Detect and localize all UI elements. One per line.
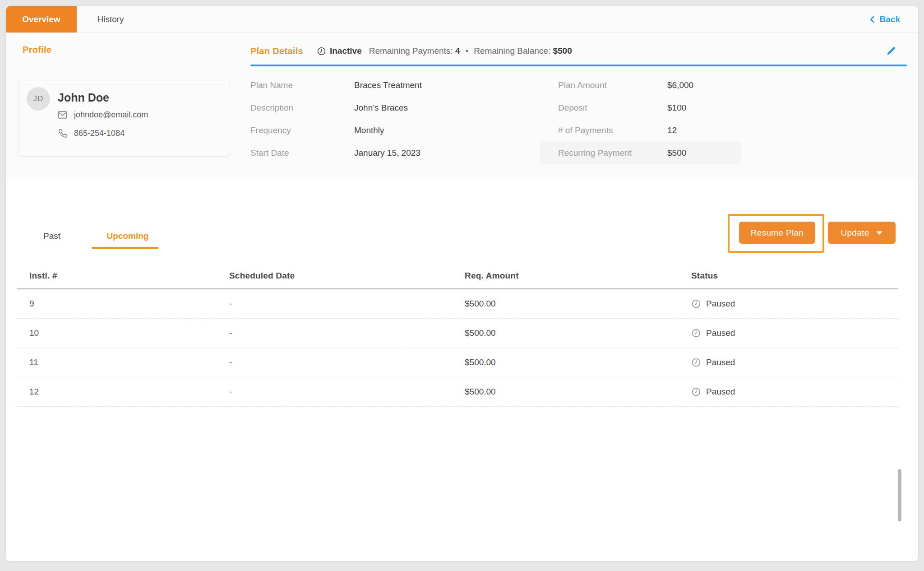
status-cell: Paused bbox=[691, 328, 898, 338]
field-description: Description John’s Braces bbox=[250, 97, 539, 119]
profile-divider bbox=[23, 66, 226, 66]
mail-icon bbox=[57, 110, 68, 120]
phone-icon bbox=[58, 129, 68, 138]
table-row: 12 - $500.00 Paused bbox=[17, 377, 898, 407]
installments-panel: Past Upcoming Resume Plan Update Instl. … bbox=[6, 179, 918, 561]
status-cell: Paused bbox=[691, 357, 898, 367]
chevron-down-icon bbox=[876, 230, 883, 236]
installments-table: Instl. # Scheduled Date Req. Amount Stat… bbox=[17, 263, 898, 407]
col-header-scheduled-date: Scheduled Date bbox=[229, 271, 465, 281]
instl-cell: 11 bbox=[29, 357, 229, 367]
clock-icon bbox=[317, 46, 326, 56]
status-cell: Paused bbox=[691, 299, 898, 309]
tab-overview[interactable]: Overview bbox=[6, 6, 77, 32]
field-recurring-payment: Recurring Payment $500 bbox=[540, 142, 741, 164]
field-deposit: Deposit $100 bbox=[540, 97, 741, 119]
tab-upcoming[interactable]: Upcoming bbox=[92, 223, 164, 250]
remaining-balance: Remaining Balance: $500 bbox=[474, 46, 572, 56]
plan-status: Inactive bbox=[330, 46, 362, 56]
field-start-date: Start Date January 15, 2023 bbox=[250, 142, 539, 164]
status-label: Paused bbox=[706, 299, 735, 309]
col-header-instl: Instl. # bbox=[29, 271, 229, 281]
chevron-left-icon bbox=[869, 15, 877, 23]
upcoming-tab-underline bbox=[92, 247, 158, 249]
tab-history[interactable]: History bbox=[77, 6, 144, 32]
table-row: 11 - $500.00 Paused bbox=[17, 348, 898, 377]
scheduled-date-cell: - bbox=[229, 328, 465, 338]
field-plan-name: Plan Name Braces Treatment bbox=[250, 74, 539, 97]
instl-cell: 9 bbox=[29, 299, 229, 309]
pencil-icon bbox=[886, 46, 896, 56]
update-button[interactable]: Update bbox=[828, 222, 896, 244]
table-header-row: Instl. # Scheduled Date Req. Amount Stat… bbox=[17, 263, 898, 289]
back-label: Back bbox=[880, 14, 900, 24]
field-frequency: Frequency Monthly bbox=[250, 119, 539, 142]
main-card: Overview History Back Profile JD John Do… bbox=[6, 6, 918, 561]
top-tab-bar: Overview History Back bbox=[6, 6, 918, 33]
table-row: 10 - $500.00 Paused bbox=[17, 319, 898, 348]
status-label: Paused bbox=[706, 387, 735, 397]
profile-card: JD John Doe johndoe@email.com 865-254- bbox=[18, 80, 230, 157]
req-amount-cell: $500.00 bbox=[465, 299, 691, 309]
email-row: johndoe@email.com bbox=[57, 110, 148, 120]
instl-cell: 12 bbox=[29, 387, 229, 397]
avatar: JD bbox=[27, 87, 50, 111]
tab-bar-spacer bbox=[144, 6, 869, 32]
scheduled-date-cell: - bbox=[229, 357, 465, 367]
req-amount-cell: $500.00 bbox=[465, 328, 691, 338]
plan-details-underline bbox=[250, 65, 907, 66]
meta-separator: • bbox=[465, 46, 468, 56]
table-row: 9 - $500.00 Paused bbox=[17, 289, 898, 319]
resume-plan-button[interactable]: Resume Plan bbox=[739, 222, 815, 244]
tabs-divider bbox=[17, 249, 907, 249]
remaining-payments: Remaining Payments: 4 bbox=[369, 46, 460, 56]
customer-email: johndoe@email.com bbox=[74, 110, 148, 120]
table-scrollbar[interactable] bbox=[898, 469, 901, 521]
plan-details-header: Plan Details Inactive Remaining Payments… bbox=[250, 42, 907, 60]
field-plan-amount: Plan Amount $6,000 bbox=[540, 74, 741, 97]
update-label: Update bbox=[841, 228, 869, 238]
phone-row: 865-254-1084 bbox=[58, 129, 125, 138]
status-label: Paused bbox=[706, 328, 735, 338]
plan-details-title: Plan Details bbox=[250, 46, 303, 56]
overview-panel: Overview History Back Profile JD John Do… bbox=[6, 6, 918, 179]
profile-section-title: Profile bbox=[23, 45, 51, 55]
clock-icon bbox=[691, 299, 701, 309]
tab-past[interactable]: Past bbox=[23, 223, 81, 250]
req-amount-cell: $500.00 bbox=[465, 357, 691, 367]
col-header-req-amount: Req. Amount bbox=[465, 271, 691, 281]
clock-icon bbox=[691, 328, 701, 338]
clock-icon bbox=[691, 357, 701, 367]
clock-icon bbox=[691, 387, 701, 397]
status-label: Paused bbox=[706, 357, 735, 367]
scheduled-date-cell: - bbox=[229, 299, 465, 309]
status-cell: Paused bbox=[691, 387, 898, 397]
customer-phone: 865-254-1084 bbox=[74, 129, 125, 138]
field-num-payments: # of Payments 12 bbox=[540, 119, 741, 142]
customer-name: John Doe bbox=[58, 91, 109, 104]
col-header-status: Status bbox=[691, 271, 898, 281]
scheduled-date-cell: - bbox=[229, 387, 465, 397]
instl-cell: 10 bbox=[29, 328, 229, 338]
req-amount-cell: $500.00 bbox=[465, 387, 691, 397]
edit-plan-button[interactable] bbox=[886, 46, 896, 56]
back-button[interactable]: Back bbox=[869, 6, 900, 32]
